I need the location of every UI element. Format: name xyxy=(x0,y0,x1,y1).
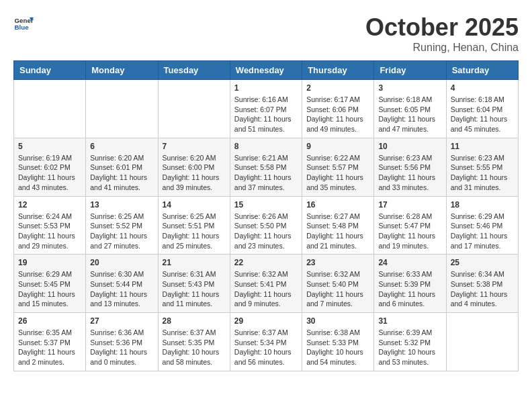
day-number: 21 xyxy=(163,258,226,267)
day-info: Sunrise: 6:29 AM Sunset: 5:45 PM Dayligh… xyxy=(18,269,81,309)
day-cell: 3Sunrise: 6:18 AM Sunset: 6:05 PM Daylig… xyxy=(374,80,446,138)
day-info: Sunrise: 6:38 AM Sunset: 5:33 PM Dayligh… xyxy=(306,328,369,367)
day-info: Sunrise: 6:17 AM Sunset: 6:06 PM Dayligh… xyxy=(306,95,369,134)
day-number: 5 xyxy=(18,142,81,151)
day-cell: 5Sunrise: 6:19 AM Sunset: 6:02 PM Daylig… xyxy=(14,138,86,196)
day-number: 7 xyxy=(163,142,226,151)
day-cell: 31Sunrise: 6:39 AM Sunset: 5:32 PM Dayli… xyxy=(374,313,446,371)
day-number: 13 xyxy=(90,200,153,210)
day-cell: 26Sunrise: 6:35 AM Sunset: 5:37 PM Dayli… xyxy=(14,313,86,371)
day-cell: 8Sunrise: 6:21 AM Sunset: 5:58 PM Daylig… xyxy=(230,138,302,196)
day-cell: 7Sunrise: 6:20 AM Sunset: 6:00 PM Daylig… xyxy=(158,138,230,196)
month-title: October 2025 xyxy=(365,13,519,42)
day-cell xyxy=(86,80,158,138)
day-header-monday: Monday xyxy=(86,61,158,80)
day-header-sunday: Sunday xyxy=(14,61,86,80)
day-header-tuesday: Tuesday xyxy=(158,61,230,80)
day-number: 26 xyxy=(18,316,81,326)
day-cell: 27Sunrise: 6:36 AM Sunset: 5:36 PM Dayli… xyxy=(86,313,158,371)
day-cell: 15Sunrise: 6:26 AM Sunset: 5:50 PM Dayli… xyxy=(230,196,302,255)
day-number: 24 xyxy=(378,258,441,267)
day-cell: 22Sunrise: 6:32 AM Sunset: 5:41 PM Dayli… xyxy=(230,255,302,313)
svg-text:Blue: Blue xyxy=(15,24,30,31)
day-info: Sunrise: 6:19 AM Sunset: 6:02 PM Dayligh… xyxy=(18,153,81,193)
week-row-4: 19Sunrise: 6:29 AM Sunset: 5:45 PM Dayli… xyxy=(14,255,519,313)
day-info: Sunrise: 6:34 AM Sunset: 5:38 PM Dayligh… xyxy=(451,269,514,309)
day-info: Sunrise: 6:27 AM Sunset: 5:48 PM Dayligh… xyxy=(306,212,369,251)
day-info: Sunrise: 6:32 AM Sunset: 5:40 PM Dayligh… xyxy=(306,269,369,309)
day-info: Sunrise: 6:28 AM Sunset: 5:47 PM Dayligh… xyxy=(378,212,441,251)
header: General Blue October 2025 Runing, Henan,… xyxy=(13,13,519,54)
day-number: 30 xyxy=(306,316,369,326)
day-cell: 18Sunrise: 6:29 AM Sunset: 5:46 PM Dayli… xyxy=(446,196,518,255)
day-cell: 25Sunrise: 6:34 AM Sunset: 5:38 PM Dayli… xyxy=(446,255,518,313)
day-info: Sunrise: 6:25 AM Sunset: 5:52 PM Dayligh… xyxy=(90,212,153,251)
day-cell: 28Sunrise: 6:37 AM Sunset: 5:35 PM Dayli… xyxy=(158,313,230,371)
day-number: 17 xyxy=(378,200,441,210)
day-number: 3 xyxy=(378,83,441,93)
day-number: 22 xyxy=(234,258,298,267)
day-cell: 4Sunrise: 6:18 AM Sunset: 6:04 PM Daylig… xyxy=(446,80,518,138)
day-number: 2 xyxy=(306,83,369,93)
day-cell xyxy=(446,313,518,371)
day-info: Sunrise: 6:35 AM Sunset: 5:37 PM Dayligh… xyxy=(18,328,81,367)
day-cell: 20Sunrise: 6:30 AM Sunset: 5:44 PM Dayli… xyxy=(86,255,158,313)
day-cell: 14Sunrise: 6:25 AM Sunset: 5:51 PM Dayli… xyxy=(158,196,230,255)
day-number: 1 xyxy=(234,83,298,93)
day-info: Sunrise: 6:39 AM Sunset: 5:32 PM Dayligh… xyxy=(378,328,441,367)
week-row-3: 12Sunrise: 6:24 AM Sunset: 5:53 PM Dayli… xyxy=(14,196,519,255)
day-info: Sunrise: 6:33 AM Sunset: 5:39 PM Dayligh… xyxy=(378,269,441,309)
day-info: Sunrise: 6:24 AM Sunset: 5:53 PM Dayligh… xyxy=(18,212,81,251)
week-row-2: 5Sunrise: 6:19 AM Sunset: 6:02 PM Daylig… xyxy=(14,138,519,196)
day-cell xyxy=(14,80,86,138)
title-area: October 2025 Runing, Henan, China xyxy=(365,13,519,54)
day-number: 20 xyxy=(90,258,153,267)
day-cell: 23Sunrise: 6:32 AM Sunset: 5:40 PM Dayli… xyxy=(302,255,374,313)
day-cell: 21Sunrise: 6:31 AM Sunset: 5:43 PM Dayli… xyxy=(158,255,230,313)
day-cell: 11Sunrise: 6:23 AM Sunset: 5:55 PM Dayli… xyxy=(446,138,518,196)
day-number: 6 xyxy=(90,142,153,151)
day-header-friday: Friday xyxy=(374,61,446,80)
day-info: Sunrise: 6:37 AM Sunset: 5:34 PM Dayligh… xyxy=(234,328,298,367)
day-info: Sunrise: 6:25 AM Sunset: 5:51 PM Dayligh… xyxy=(163,212,226,251)
day-cell: 10Sunrise: 6:23 AM Sunset: 5:56 PM Dayli… xyxy=(374,138,446,196)
day-number: 14 xyxy=(163,200,226,210)
day-number: 10 xyxy=(378,142,441,151)
day-info: Sunrise: 6:23 AM Sunset: 5:56 PM Dayligh… xyxy=(378,153,441,193)
day-number: 23 xyxy=(306,258,369,267)
day-info: Sunrise: 6:31 AM Sunset: 5:43 PM Dayligh… xyxy=(163,269,226,309)
day-number: 28 xyxy=(163,316,226,326)
day-info: Sunrise: 6:18 AM Sunset: 6:04 PM Dayligh… xyxy=(451,95,514,134)
week-row-5: 26Sunrise: 6:35 AM Sunset: 5:37 PM Dayli… xyxy=(14,313,519,371)
day-info: Sunrise: 6:29 AM Sunset: 5:46 PM Dayligh… xyxy=(451,212,514,251)
day-number: 18 xyxy=(451,200,514,210)
day-number: 31 xyxy=(378,316,441,326)
day-cell: 29Sunrise: 6:37 AM Sunset: 5:34 PM Dayli… xyxy=(230,313,302,371)
day-info: Sunrise: 6:32 AM Sunset: 5:41 PM Dayligh… xyxy=(234,269,298,309)
day-cell: 16Sunrise: 6:27 AM Sunset: 5:48 PM Dayli… xyxy=(302,196,374,255)
day-cell: 24Sunrise: 6:33 AM Sunset: 5:39 PM Dayli… xyxy=(374,255,446,313)
day-cell: 2Sunrise: 6:17 AM Sunset: 6:06 PM Daylig… xyxy=(302,80,374,138)
day-info: Sunrise: 6:16 AM Sunset: 6:07 PM Dayligh… xyxy=(234,95,298,134)
day-info: Sunrise: 6:22 AM Sunset: 5:57 PM Dayligh… xyxy=(306,153,369,193)
day-info: Sunrise: 6:18 AM Sunset: 6:05 PM Dayligh… xyxy=(378,95,441,134)
day-info: Sunrise: 6:20 AM Sunset: 6:01 PM Dayligh… xyxy=(90,153,153,193)
day-header-saturday: Saturday xyxy=(446,61,518,80)
logo-icon: General Blue xyxy=(13,13,34,34)
header-row: SundayMondayTuesdayWednesdayThursdayFrid… xyxy=(14,61,519,80)
day-cell: 13Sunrise: 6:25 AM Sunset: 5:52 PM Dayli… xyxy=(86,196,158,255)
day-info: Sunrise: 6:36 AM Sunset: 5:36 PM Dayligh… xyxy=(90,328,153,367)
day-cell xyxy=(158,80,230,138)
day-info: Sunrise: 6:37 AM Sunset: 5:35 PM Dayligh… xyxy=(163,328,226,367)
day-number: 25 xyxy=(451,258,514,267)
day-cell: 12Sunrise: 6:24 AM Sunset: 5:53 PM Dayli… xyxy=(14,196,86,255)
day-cell: 6Sunrise: 6:20 AM Sunset: 6:01 PM Daylig… xyxy=(86,138,158,196)
logo: General Blue xyxy=(13,13,34,34)
day-number: 8 xyxy=(234,142,298,151)
day-number: 16 xyxy=(306,200,369,210)
day-cell: 19Sunrise: 6:29 AM Sunset: 5:45 PM Dayli… xyxy=(14,255,86,313)
day-number: 12 xyxy=(18,200,81,210)
day-number: 15 xyxy=(234,200,298,210)
day-info: Sunrise: 6:26 AM Sunset: 5:50 PM Dayligh… xyxy=(234,212,298,251)
day-header-thursday: Thursday xyxy=(302,61,374,80)
